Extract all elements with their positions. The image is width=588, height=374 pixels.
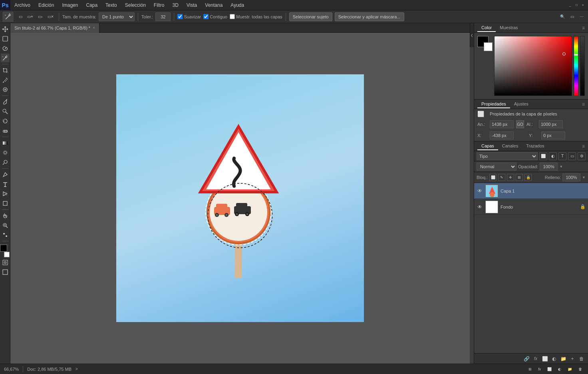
background-swatch[interactable] — [484, 42, 493, 51]
width-input[interactable] — [490, 120, 514, 128]
lock-brush-btn[interactable]: ✎ — [498, 174, 505, 181]
y-input[interactable] — [541, 131, 565, 139]
delete-status-btn[interactable]: 🗑 — [576, 366, 584, 372]
magic-wand-tool[interactable] — [1, 54, 10, 62]
properties-panel-menu[interactable]: ≡ — [582, 101, 585, 107]
hue-slider[interactable] — [574, 36, 578, 96]
layer-item-capa1[interactable]: 👁 Capa 1 — [474, 183, 588, 199]
path-select-tool[interactable] — [1, 189, 10, 198]
fill-input[interactable] — [562, 173, 580, 181]
lock-artboard-btn[interactable]: ⊞ — [516, 174, 523, 181]
foreground-color[interactable] — [0, 245, 7, 252]
blur-tool[interactable] — [1, 148, 10, 157]
menu-imagen[interactable]: Imagen — [58, 1, 82, 10]
move-tool[interactable] — [1, 25, 10, 34]
tool-mode-rect[interactable]: ▭ — [17, 13, 24, 20]
adjustment-layer-btn[interactable]: ◐ — [550, 355, 558, 362]
document-tab[interactable]: Sin titulo-2 al 66.7% (Capa 1, RGB/8) * … — [10, 23, 99, 33]
lock-all-btn[interactable]: 🔒 — [524, 174, 532, 181]
contiguous-checkbox[interactable] — [203, 14, 209, 19]
layers-panel-menu[interactable]: ≡ — [582, 143, 585, 149]
more-btn[interactable]: ⋯ — [578, 13, 586, 20]
tolerance-input[interactable] — [155, 12, 171, 21]
height-input[interactable] — [539, 120, 563, 128]
menu-ayuda[interactable]: Ayuda — [226, 1, 248, 10]
filter-adjust-btn[interactable]: ◐ — [549, 152, 557, 160]
tool-mode-intersect[interactable]: ▭× — [46, 13, 56, 20]
folder-status-btn[interactable]: 📁 — [566, 366, 574, 372]
menu-ventana[interactable]: Ventana — [201, 1, 226, 10]
menu-filtro[interactable]: Filtro — [150, 1, 169, 10]
menu-seleccion[interactable]: Selección — [121, 1, 150, 10]
window-minimize[interactable]: _ — [567, 2, 573, 8]
menu-edicion[interactable]: Edición — [34, 1, 58, 10]
delete-layer-btn[interactable]: 🗑 — [578, 355, 586, 362]
filter-pixel-btn[interactable]: ⬜ — [539, 152, 547, 160]
tab-close-btn[interactable]: × — [93, 26, 95, 30]
layer-fx-btn[interactable]: fx — [532, 355, 540, 362]
link-layers-btn[interactable]: 🔗 — [522, 355, 530, 362]
select-subject-btn[interactable]: Seleccionar sujeto — [289, 12, 332, 21]
clone-tool[interactable] — [1, 107, 10, 116]
window-restore[interactable]: □ — [574, 2, 579, 8]
new-group-btn[interactable]: 📁 — [559, 355, 567, 362]
opacity-slider[interactable] — [580, 36, 585, 96]
text-tool[interactable] — [1, 180, 10, 189]
layer-item-fondo[interactable]: 👁 Fondo 🔒 — [474, 199, 588, 215]
filter-smart-btn[interactable]: ⚙ — [578, 152, 586, 160]
adjustments-status-btn[interactable]: ◐ — [556, 366, 563, 372]
quick-mask-btn[interactable] — [1, 258, 10, 267]
window-close[interactable]: × — [580, 2, 586, 8]
blend-mode-select[interactable]: Normal — [477, 163, 516, 171]
gradient-tool[interactable] — [1, 139, 10, 147]
opacity-input[interactable] — [540, 163, 558, 171]
search-btn[interactable]: 🔍 — [558, 13, 567, 20]
statusbar-nav-arrow[interactable]: > — [75, 367, 78, 371]
tab-layers[interactable]: Capas — [477, 142, 498, 150]
menu-3d[interactable]: 3D — [168, 1, 182, 10]
layer-visibility-capa1[interactable]: 👁 — [477, 188, 483, 194]
lock-position-btn[interactable]: ✛ — [507, 174, 514, 181]
tool-mode-sub[interactable]: ▭- — [36, 13, 45, 20]
tab-swatches[interactable]: Muestras — [496, 24, 522, 32]
zoom-tool[interactable] — [1, 221, 10, 230]
layer-visibility-fondo[interactable]: 👁 — [477, 204, 483, 210]
background-color[interactable] — [4, 252, 10, 257]
menu-capa[interactable]: Capa — [82, 1, 101, 10]
pen-tool[interactable] — [1, 170, 10, 179]
eraser-tool[interactable] — [1, 126, 10, 135]
tab-channels[interactable]: Canales — [498, 142, 522, 150]
tab-color[interactable]: Color — [477, 24, 496, 32]
filter-text-btn[interactable]: T — [558, 152, 566, 160]
shape-tool[interactable] — [1, 199, 10, 208]
tab-paths[interactable]: Trazados — [522, 142, 548, 150]
color-panel-menu[interactable]: ≡ — [582, 25, 585, 31]
lock-pixels-btn[interactable]: ⬜ — [489, 174, 497, 181]
panel-collapse-handle[interactable]: ❮ — [470, 23, 474, 47]
brush-tool[interactable] — [1, 97, 10, 106]
lasso-tool[interactable] — [1, 44, 10, 53]
menu-archivo[interactable]: Archivo — [10, 1, 34, 10]
history-brush[interactable] — [1, 117, 10, 125]
color-spectrum[interactable] — [494, 36, 572, 96]
menu-vista[interactable]: Vista — [183, 1, 201, 10]
extra-tool[interactable] — [1, 231, 10, 239]
dodge-tool[interactable] — [1, 158, 10, 167]
smooth-checkbox[interactable] — [177, 14, 183, 19]
tool-mode-add[interactable]: ▭+ — [25, 13, 35, 20]
layer-type-filter[interactable]: Tipo — [477, 152, 538, 160]
mask-status-btn[interactable]: ⬜ — [545, 366, 554, 372]
go-btn[interactable]: GO — [516, 120, 524, 128]
healing-tool[interactable] — [1, 85, 10, 94]
eyedropper-tool[interactable] — [1, 76, 10, 84]
tab-properties[interactable]: Propiedades — [477, 100, 510, 108]
crop-tool[interactable] — [1, 66, 10, 75]
menu-texto[interactable]: Texto — [101, 1, 121, 10]
hand-tool[interactable] — [1, 211, 10, 220]
tab-adjustments[interactable]: Ajustes — [510, 100, 532, 108]
workspace-btn[interactable]: ▭ — [568, 13, 576, 20]
timeline-btn[interactable]: ⊞ — [526, 366, 534, 372]
x-input[interactable] — [490, 131, 514, 139]
filter-shape-btn[interactable]: ▭ — [568, 152, 576, 160]
magic-wand-tool-btn[interactable] — [2, 12, 14, 22]
